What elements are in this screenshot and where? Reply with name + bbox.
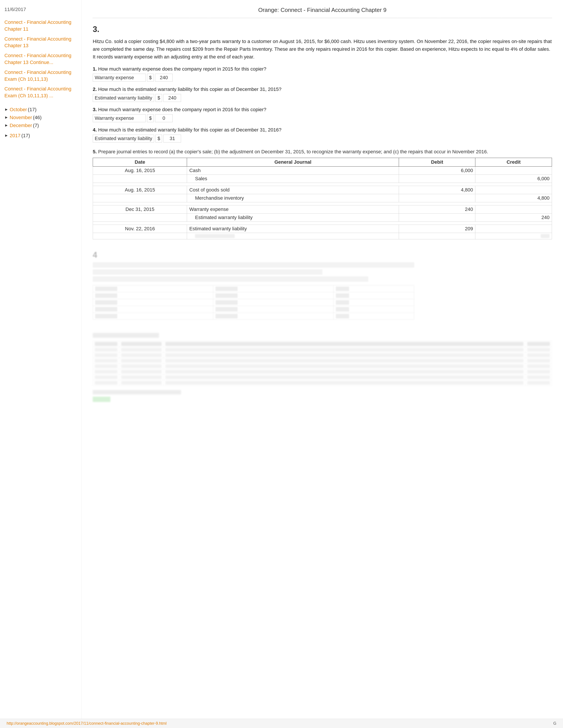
q2-value[interactable]: 240	[163, 94, 181, 102]
question-1-label: 1. How much warranty expense does the co…	[93, 66, 552, 72]
q1-answer-label: Warranty expense	[93, 74, 146, 82]
question-number: 3.	[93, 25, 552, 34]
table-spacer	[93, 221, 552, 225]
table-row: Dec 31, 2015 Warranty expense 240	[93, 205, 552, 213]
page-title: Orange: Connect - Financial Accounting C…	[93, 7, 552, 13]
journal-debit: 209	[399, 225, 475, 233]
table-row-blurred	[93, 233, 552, 239]
journal-date: Aug. 16, 2015	[93, 186, 187, 194]
year-2017-link[interactable]: 2017	[10, 133, 21, 139]
sidebar-december[interactable]: ► December (7)	[4, 123, 77, 128]
journal-debit	[399, 213, 475, 221]
journal-debit: 240	[399, 205, 475, 213]
table-row	[93, 292, 414, 299]
table-row	[93, 347, 552, 352]
blurred-q-number: 4	[93, 250, 552, 260]
question-4-label: 4. How much is the estimated warranty li…	[93, 127, 552, 133]
journal-debit: 6,000	[399, 166, 475, 174]
november-link[interactable]: November	[10, 115, 32, 120]
table-row: Merchandise inventory 4,800	[93, 194, 552, 202]
journal-debit: 4,800	[399, 186, 475, 194]
question-2-label: 2. How much is the estimated warranty li…	[93, 86, 552, 92]
question-1-block: 1. How much warranty expense does the co…	[93, 66, 552, 82]
journal-account: Warranty expense	[187, 205, 399, 213]
table-row: Sales 6,000	[93, 174, 552, 183]
november-count: (46)	[33, 115, 41, 120]
sidebar-link-exam1[interactable]: Connect - Financial Accounting Exam (Ch …	[4, 69, 77, 83]
journal-credit: 6,000	[475, 174, 552, 183]
table-row	[93, 299, 414, 306]
sidebar-link-ch13cont[interactable]: Connect - Financial Accounting Chapter 1…	[4, 52, 77, 66]
table-row: Aug. 16, 2015 Cost of goods sold 4,800	[93, 186, 552, 194]
q1-value[interactable]: 240	[155, 74, 173, 82]
q4-value[interactable]: 31	[163, 135, 181, 143]
table-row	[93, 285, 414, 292]
bottom-bar: http://orangeaccounting.blogspot.com/201…	[0, 719, 563, 728]
bottom-link[interactable]: http://orangeaccounting.blogspot.com/201…	[7, 721, 166, 726]
q4-answer-label: Estimated warranty liability	[93, 135, 154, 143]
blurred-wide-table	[93, 341, 552, 386]
journal-table: Date General Journal Debit Credit Aug. 1…	[93, 158, 552, 239]
table-row: Aug. 16, 2015 Cash 6,000	[93, 166, 552, 174]
q2-currency: $	[155, 94, 162, 102]
q3-answer-label: Warranty expense	[93, 114, 146, 122]
table-spacer	[93, 202, 552, 205]
table-row	[93, 341, 552, 347]
journal-col-credit: Credit	[475, 158, 552, 166]
question-2-text: How much is the estimated warranty liabi…	[98, 86, 281, 92]
sidebar-date: 11/6/2017	[4, 7, 77, 12]
journal-col-gj: General Journal	[187, 158, 399, 166]
question-intro: Hitzu Co. sold a copier costing $4,800 w…	[93, 38, 552, 61]
table-row	[93, 363, 552, 369]
journal-account: Estimated warranty liability	[187, 213, 399, 221]
journal-date	[93, 174, 187, 183]
journal-account: Cash	[187, 166, 399, 174]
table-row	[93, 306, 414, 313]
december-count: (7)	[33, 123, 39, 128]
sidebar-link-exam2[interactable]: Connect - Financial Accounting Exam (Ch …	[4, 86, 77, 99]
arrow-icon: ►	[4, 123, 8, 128]
question-3-label: 3. How much warranty expense does the co…	[93, 107, 552, 113]
table-row	[93, 369, 552, 374]
sidebar-october[interactable]: ► October (17)	[4, 107, 77, 113]
q2-answer-label: Estimated warranty liability	[93, 94, 154, 102]
main-content: Orange: Connect - Financial Accounting C…	[82, 0, 563, 728]
journal-account: Sales	[187, 174, 399, 183]
journal-debit	[399, 233, 475, 239]
sidebar-2017[interactable]: ► 2017 (17)	[4, 133, 77, 139]
december-link[interactable]: December	[10, 123, 32, 128]
journal-credit	[475, 166, 552, 174]
sidebar-link-ch11[interactable]: Connect - Financial Accounting Chapter 1…	[4, 19, 77, 33]
q3-value[interactable]: 0	[155, 114, 173, 122]
question-1-text: How much warranty expense does the compa…	[98, 66, 266, 72]
journal-debit	[399, 174, 475, 183]
journal-credit	[475, 186, 552, 194]
question-4-block: 4. How much is the estimated warranty li…	[93, 127, 552, 143]
journal-credit: 240	[475, 213, 552, 221]
table-row	[93, 374, 552, 380]
table-spacer	[93, 183, 552, 186]
journal-date	[93, 213, 187, 221]
october-link[interactable]: October	[10, 107, 27, 113]
question-2-answer-row: Estimated warranty liability $ 240	[93, 94, 552, 102]
question-3-answer-row: Warranty expense $ 0	[93, 114, 552, 122]
arrow-icon: ►	[4, 115, 8, 120]
journal-credit	[475, 205, 552, 213]
sidebar-link-ch13[interactable]: Connect - Financial Accounting Chapter 1…	[4, 36, 77, 49]
sidebar: 11/6/2017 Connect - Financial Accounting…	[0, 0, 82, 728]
journal-date	[93, 233, 187, 239]
journal-intro-text: Prepare journal entries to record (a) th…	[98, 149, 488, 154]
question-1-answer-row: Warranty expense $ 240	[93, 74, 552, 82]
question-3-block: 3. How much warranty expense does the co…	[93, 107, 552, 122]
journal-account: Estimated warranty liability	[187, 225, 399, 233]
journal-intro: 5. Prepare journal entries to record (a)…	[93, 148, 552, 156]
journal-date	[93, 194, 187, 202]
journal-date: Aug. 16, 2015	[93, 166, 187, 174]
table-row	[93, 358, 552, 363]
table-row	[93, 352, 552, 358]
question-4-text: How much is the estimated warranty liabi…	[98, 127, 281, 133]
sidebar-november[interactable]: ► November (46)	[4, 115, 77, 120]
q3-currency: $	[147, 114, 154, 122]
question-2-block: 2. How much is the estimated warranty li…	[93, 86, 552, 102]
journal-credit	[475, 233, 552, 239]
